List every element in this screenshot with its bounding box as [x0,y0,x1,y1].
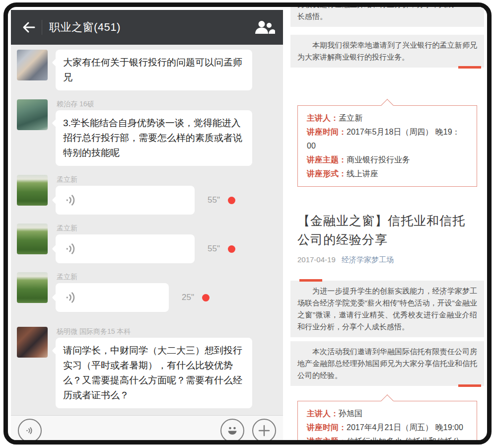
callout-pointer [381,99,393,111]
chat-header: 职业之窗(451) [11,10,283,45]
avatar[interactable] [17,50,48,80]
message-row: 孟立新 55" [17,224,277,263]
red-underline-accent [458,66,481,69]
chat-title: 职业之窗(451) [49,20,252,35]
lecture-topic-line: 讲座主题：信托行业知多少-信托业和信托公司 [307,435,468,440]
message-bubble[interactable]: 请问学长，中财同学（大二大三）想到投行实习（平时或者暑期），有什么比较优势么？又… [56,338,252,408]
intro-paragraph-clipped: 秀校友进行金融业介绍和行业分析，分享个人成 长感悟。 [290,7,484,27]
unread-dot [228,197,235,204]
unread-dot [228,245,235,253]
avatar[interactable] [17,175,48,206]
message-row: 赖治存 16硕 3.学长能结合自身优势谈一谈，觉得能进入招行总行投行部，需要怎么… [17,99,277,166]
clipped-line: 秀校友进行金融业介绍和行业分析，分享个人成 [297,7,477,10]
voice-input-icon [24,425,35,436]
voice-wave-icon [65,291,78,304]
message-text: 请问学长，中财同学（大二大三）想到投行实习（平时或者暑期），有什么比较优势么？又… [63,345,242,400]
lecture-info-box-2: 主讲人：孙旭国 讲座时间：2017年4月21日（周五） 晚19:00 讲座主题：… [297,401,477,440]
article-title: 【金融业之窗】信托业和信托公司的经验分享 [297,211,477,249]
voice-wave-icon [65,193,78,207]
voice-input-button[interactable] [18,419,42,443]
emoji-button[interactable] [220,419,244,443]
invite-paragraph-1: 本期我们很荣幸地邀请到了兴业银行的孟立新师兄为大家讲解商业银行的投行业务。 [290,35,484,68]
voice-message-bubble[interactable] [56,186,195,215]
invite-paragraph-2: 本次活动我们邀请到华融国际信托有限责任公司房地产金融部总经理孙旭国师兄为大家分享… [290,341,484,386]
message-row: 孟立新 25" [17,272,277,312]
message-text: 大家有任何关于银行投行的问题可以问孟师兄 [63,57,242,82]
voice-wave-icon [65,242,78,256]
lecture-speaker-line: 主讲人：孟立新 [307,111,468,125]
group-members-button[interactable] [252,17,275,37]
message-row: 杨明微 国际商务15 本科 请问学长，中财同学（大二大三）想到投行实习（平时或者… [17,327,277,408]
lecture-info-box-1: 主讲人：孟立新 讲座时间：2017年5月18日（周四） 晚19：00 讲座主题：… [297,105,477,187]
message-bubble[interactable]: 3.学长能结合自身优势谈一谈，觉得能进入招行总行投行部，需要怎么样的素质或者说特… [56,110,252,166]
lecture-speaker-line: 主讲人：孙旭国 [307,407,468,421]
intro-paragraph: 为进一步提升学生的创新实践能力，经济学家梦工场联合经济学院党委“薪火相传”特色活… [290,281,484,337]
avatar[interactable] [17,99,48,130]
message-row: 大家有任何关于银行投行的问题可以问孟师兄 [17,50,277,90]
chat-message-list: 大家有任何关于银行投行的问题可以问孟师兄 赖治存 16硕 3.学长能结合自身优势… [11,45,283,415]
plus-icon [257,424,271,438]
article-panel: 秀校友进行金融业介绍和行业分析，分享个人成 长感悟。 本期我们很荣幸地邀请到了兴… [290,7,484,440]
avatar[interactable] [17,327,48,358]
sender-name: 赖治存 16硕 [57,99,277,108]
unread-dot [202,294,210,301]
lecture-topic-line: 讲座主题：商业银行投行业务 [307,153,468,167]
more-button[interactable] [252,419,276,443]
voice-duration: 55" [208,195,220,205]
paragraph-tail: 长感悟。 [297,12,327,20]
back-button[interactable] [19,17,39,37]
lecture-format-line: 讲座形式：线上讲座 [307,167,468,181]
article-byline: 2017-04-19 经济学家梦工场 [297,255,477,265]
back-arrow-icon [21,20,36,34]
message-text: 3.学长能结合自身优势谈一谈，觉得能进入招行总行投行部，需要怎么样的素质或者说特… [63,118,242,158]
message-bubble[interactable]: 大家有任何关于银行投行的问题可以问孟师兄 [56,50,252,90]
avatar[interactable] [17,224,48,254]
sender-name: 孟立新 [57,224,277,232]
message-row: 孟立新 55" [17,175,277,215]
sender-name: 杨明微 国际商务15 本科 [57,327,277,336]
article-date: 2017-04-19 [297,255,336,264]
callout-pointer [381,394,393,407]
group-members-icon [254,20,275,35]
chat-input-bar [11,415,283,445]
voice-duration: 25" [182,293,194,302]
avatar[interactable] [17,272,48,303]
lecture-time-line: 讲座时间：2017年5月18日（周四） 晚19：00 [307,125,468,153]
voice-duration: 55" [208,244,220,254]
voice-message-bubble[interactable] [56,283,169,312]
sender-name: 孟立新 [57,272,277,281]
smiley-icon [225,423,240,438]
sender-name: 孟立新 [57,175,277,184]
red-underline-accent [458,384,481,387]
voice-message-bubble[interactable] [56,234,195,263]
header-divider [42,20,42,35]
wechat-chat-panel: 职业之窗(451) 大家有任何关于银行投行的问题可以问孟师兄 [11,10,283,445]
article-source-link[interactable]: 经济学家梦工场 [342,255,394,264]
screenshot-canvas: 职业之窗(451) 大家有任何关于银行投行的问题可以问孟师兄 [0,0,495,448]
lecture-time-line: 讲座时间：2017年4月21日（周五） 晚19:00 [307,421,468,435]
device-frame: 职业之窗(451) 大家有任何关于银行投行的问题可以问孟师兄 [3,2,492,445]
red-dash-accent [299,279,322,282]
